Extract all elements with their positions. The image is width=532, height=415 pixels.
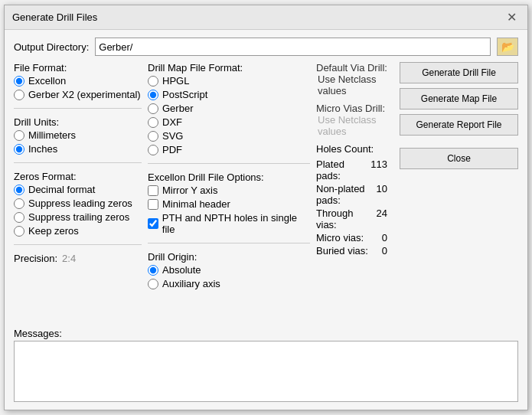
decimal-label: Decimal format <box>28 184 95 195</box>
drill-map-format-label: Drill Map File Format: <box>148 62 310 74</box>
file-format-gerber-x2[interactable]: Gerber X2 (experimental) <box>14 89 142 100</box>
dialog-content: Output Directory: 📂 File Format: Excello… <box>5 30 527 410</box>
holes-row-nonplated: Non-plated pads: 10 <box>316 182 393 207</box>
zeros-format-suppress-leading[interactable]: Suppress leading zeros <box>14 198 142 209</box>
pdf-label: PDF <box>162 144 182 155</box>
postscript-label: PostScript <box>162 89 207 100</box>
default-via-drill-value: Use Netclass values <box>316 74 393 96</box>
pth-npth-checkbox[interactable] <box>148 218 158 229</box>
generate-map-file-button[interactable]: Generate Map File <box>400 88 518 109</box>
minimal-header-checkbox[interactable] <box>148 199 158 210</box>
mirror-y-option[interactable]: Mirror Y axis <box>148 185 310 196</box>
minimal-header-option[interactable]: Minimal header <box>148 198 310 210</box>
mirror-y-label: Mirror Y axis <box>162 185 217 196</box>
plated-pads-value: 113 <box>370 158 393 181</box>
gerber-label: Gerber <box>162 103 193 114</box>
hpgl-radio[interactable] <box>148 76 158 87</box>
holes-row-micro-vias: Micro vias: 0 <box>316 231 393 244</box>
micro-vias-drill-section: Micro Vias Drill: Use Netclass values <box>316 103 393 137</box>
suppress-trailing-radio[interactable] <box>14 212 24 223</box>
svg-radio[interactable] <box>148 131 158 142</box>
millimeters-label: Millimeters <box>28 129 76 141</box>
excellon-radio[interactable] <box>14 76 24 87</box>
minimal-header-label: Minimal header <box>162 198 230 210</box>
millimeters-radio[interactable] <box>14 130 24 141</box>
mirror-y-checkbox[interactable] <box>148 185 158 196</box>
through-vias-label: Through vias: <box>316 208 377 230</box>
titlebar: Generate Drill Files ✕ <box>5 5 527 30</box>
drill-origin-auxiliary[interactable]: Auxiliary axis <box>148 278 310 289</box>
plated-pads-label: Plated pads: <box>316 158 370 181</box>
close-dialog-button[interactable]: Close <box>400 148 518 169</box>
messages-section: Messages: <box>14 328 518 402</box>
map-format-hpgl[interactable]: HPGL <box>148 75 310 87</box>
file-format-section: File Format: Excellon Gerber X2 (experim… <box>14 62 142 100</box>
excellon-options-section: Excellon Drill File Options: Mirror Y ax… <box>148 172 310 235</box>
zeros-format-decimal[interactable]: Decimal format <box>14 184 142 195</box>
file-format-excellon[interactable]: Excellon <box>14 75 142 87</box>
output-directory-label: Output Directory: <box>14 41 89 53</box>
map-format-dxf[interactable]: DXF <box>148 116 310 128</box>
excellon-label: Excellon <box>28 75 66 87</box>
drill-units-millimeters[interactable]: Millimeters <box>14 129 142 141</box>
zeros-format-suppress-trailing[interactable]: Suppress trailing zeros <box>14 211 142 223</box>
right-column: Default Via Drill: Use Netclass values M… <box>316 62 518 322</box>
micro-vias-label: Micro vias: <box>316 232 364 243</box>
map-format-svg[interactable]: SVG <box>148 130 310 142</box>
through-vias-value: 24 <box>377 208 393 230</box>
dxf-radio[interactable] <box>148 117 158 128</box>
output-directory-row: Output Directory: 📂 <box>14 38 518 56</box>
excellon-options-check-group: Mirror Y axis Minimal header PTH and NPT… <box>148 185 310 235</box>
drill-map-radio-group: HPGL PostScript Gerber DXF <box>148 75 310 155</box>
zeros-format-keep-zeros[interactable]: Keep zeros <box>14 225 142 237</box>
messages-textarea[interactable] <box>14 341 518 402</box>
drill-origin-absolute[interactable]: Absolute <box>148 264 310 276</box>
keep-zeros-label: Keep zeros <box>28 225 79 237</box>
zeros-format-label: Zeros Format: <box>14 171 142 182</box>
generate-drill-files-dialog: Generate Drill Files ✕ Output Directory:… <box>4 5 528 410</box>
map-format-gerber[interactable]: Gerber <box>148 103 310 114</box>
generate-drill-file-button[interactable]: Generate Drill File <box>400 62 518 83</box>
keep-zeros-radio[interactable] <box>14 226 24 237</box>
map-format-pdf[interactable]: PDF <box>148 144 310 155</box>
drill-map-format-section: Drill Map File Format: HPGL PostScript <box>148 62 310 155</box>
action-buttons: Generate Drill File Generate Map File Ge… <box>393 62 518 257</box>
gerber-radio[interactable] <box>148 103 158 114</box>
pth-npth-option[interactable]: PTH and NPTH holes in single file <box>148 212 310 235</box>
precision-label: Precision: <box>14 253 57 264</box>
absolute-radio[interactable] <box>148 265 158 276</box>
gerber-x2-radio[interactable] <box>14 90 24 100</box>
drill-origin-radio-group: Absolute Auxiliary axis <box>148 264 310 289</box>
drill-units-inches[interactable]: Inches <box>14 143 142 155</box>
drill-origin-section: Drill Origin: Absolute Auxiliary axis <box>148 251 310 289</box>
holes-row-through-vias: Through vias: 24 <box>316 207 393 231</box>
holes-count-section: Holes Count: Plated pads: 113 Non-plated… <box>316 143 393 257</box>
browse-folder-button[interactable]: 📂 <box>497 38 518 56</box>
gerber-x2-label: Gerber X2 (experimental) <box>28 89 141 100</box>
suppress-leading-radio[interactable] <box>14 198 24 209</box>
window-close-button[interactable]: ✕ <box>504 10 520 25</box>
generate-report-file-button[interactable]: Generate Report File <box>400 114 518 136</box>
default-via-drill-section: Default Via Drill: Use Netclass values <box>316 62 393 96</box>
svg-label: SVG <box>162 130 183 142</box>
suppress-trailing-label: Suppress trailing zeros <box>28 211 129 223</box>
pdf-radio[interactable] <box>148 145 158 155</box>
map-format-postscript[interactable]: PostScript <box>148 89 310 100</box>
zeros-format-section: Zeros Format: Decimal format Suppress le… <box>14 171 142 237</box>
decimal-radio[interactable] <box>14 185 24 195</box>
right-col-inner: Default Via Drill: Use Netclass values M… <box>316 62 518 257</box>
precision-value: 2:4 <box>62 253 76 264</box>
postscript-radio[interactable] <box>148 90 158 100</box>
holes-row-buried-vias: Buried vias: 0 <box>316 244 393 257</box>
info-section: Default Via Drill: Use Netclass values M… <box>316 62 393 257</box>
micro-vias-value: 0 <box>382 232 393 243</box>
inches-radio[interactable] <box>14 144 24 155</box>
output-directory-input[interactable] <box>95 38 491 56</box>
middle-column: Drill Map File Format: HPGL PostScript <box>148 62 316 322</box>
auxiliary-radio[interactable] <box>148 279 158 289</box>
holes-row-plated: Plated pads: 113 <box>316 158 393 182</box>
precision-row: Precision: 2:4 <box>14 253 142 264</box>
drill-units-label: Drill Units: <box>14 116 142 128</box>
main-columns: File Format: Excellon Gerber X2 (experim… <box>14 62 518 322</box>
left-column: File Format: Excellon Gerber X2 (experim… <box>14 62 148 322</box>
